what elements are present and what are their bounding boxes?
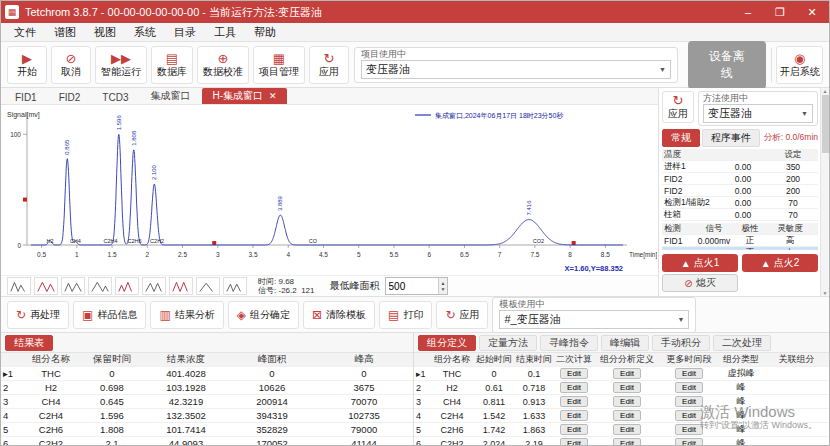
tab-集成窗口[interactable]: 集成窗口 — [140, 88, 200, 104]
result-row[interactable]: 4C2H41.596132.3502394319102735 — [1, 409, 413, 423]
tab-FID2[interactable]: FID2 — [49, 91, 91, 104]
menu-item-文件[interactable]: 文件 — [5, 25, 45, 40]
tab-H-集成窗口[interactable]: H-集成窗口✕ — [202, 88, 286, 104]
smart-run-button[interactable]: ▶▶智能运行 — [95, 46, 147, 84]
tab-定量方法[interactable]: 定量方法 — [479, 335, 537, 351]
menu-item-视图[interactable]: 视图 — [85, 25, 125, 40]
tab-组分定义[interactable]: 组分定义 — [418, 335, 476, 351]
maximize-button[interactable]: ❐ — [767, 1, 793, 23]
min-peak-area-input[interactable] — [386, 278, 438, 294]
peak-template-icon[interactable] — [7, 277, 31, 295]
component-confirm-button[interactable]: ◈组分确定 — [228, 301, 299, 329]
scroll-up-icon[interactable]: ▲ — [823, 88, 828, 94]
apply-button[interactable]: ↻应用 — [309, 46, 349, 84]
tab-峰编辑[interactable]: 峰编辑 — [601, 335, 649, 351]
edit-button[interactable]: Edit — [613, 410, 641, 421]
tab-general[interactable]: 常规 — [662, 129, 700, 147]
temperature-row[interactable]: FID20.00200 — [662, 185, 818, 197]
edit-button[interactable]: Edit — [613, 396, 641, 407]
menu-item-目录[interactable]: 目录 — [165, 25, 205, 40]
edit-button[interactable]: Edit — [560, 396, 588, 407]
print-button[interactable]: ▤打印 — [379, 301, 432, 329]
menu-item-帮助[interactable]: 帮助 — [245, 25, 285, 40]
ignite-2-button[interactable]: ▲ 点火2 — [742, 254, 818, 272]
detector-row[interactable]: FID10.000mv正高 — [662, 235, 818, 247]
sample-info-button[interactable]: ▣样品信息 — [73, 301, 146, 329]
tab-寻峰指令[interactable]: 寻峰指令 — [540, 335, 598, 351]
temperature-row[interactable]: 柱箱0.0070 — [662, 209, 818, 221]
result-row[interactable]: 5C2H61.808101.741435282979000 — [1, 423, 413, 437]
cancel-button[interactable]: ⊘取消 — [51, 46, 91, 84]
edit-button[interactable]: Edit — [675, 410, 703, 421]
edit-button[interactable]: Edit — [560, 368, 588, 379]
close-tab-icon[interactable]: ✕ — [269, 91, 277, 101]
result-row[interactable]: 3CH40.64542.321920091470070 — [1, 395, 413, 409]
ignite-1-button[interactable]: ▲ 点火1 — [662, 254, 738, 272]
edit-button[interactable]: Edit — [560, 382, 588, 393]
chromatogram-plot[interactable]: 0.511.522.533.544.555.566.577.588.50100S… — [1, 105, 658, 275]
temperature-row[interactable]: 进样10.00350 — [662, 161, 818, 173]
minimize-button[interactable]: – — [735, 1, 761, 23]
edit-button[interactable]: Edit — [675, 396, 703, 407]
component-row[interactable]: 6C2H22.0242.19EditEditEdit峰 — [414, 437, 829, 446]
edit-button[interactable]: Edit — [613, 368, 641, 379]
peak-template-icon[interactable] — [169, 277, 193, 295]
peak-template-icon[interactable] — [142, 277, 166, 295]
database-button[interactable]: ▤数据库 — [151, 46, 193, 84]
project-combobox[interactable]: 变压器油 ▼ — [361, 60, 671, 79]
tab-二次处理[interactable]: 二次处理 — [713, 335, 771, 351]
menu-item-工具[interactable]: 工具 — [205, 25, 245, 40]
tab-TCD3[interactable]: TCD3 — [92, 91, 138, 104]
project-management-button[interactable]: ▦项目管理 — [253, 46, 305, 84]
edit-button[interactable]: Edit — [560, 438, 588, 446]
tab-results[interactable]: 结果表 — [5, 335, 53, 351]
edit-button[interactable]: Edit — [675, 438, 703, 446]
peak-template-icon[interactable] — [223, 277, 247, 295]
temperature-row[interactable]: FID20.00200 — [662, 173, 818, 185]
edit-button[interactable]: Edit — [675, 424, 703, 435]
edit-button[interactable]: Edit — [560, 410, 588, 421]
edit-button[interactable]: Edit — [675, 368, 703, 379]
reprocess-button[interactable]: ↻再处理 — [7, 301, 69, 329]
extinguish-button[interactable]: ⊘ 熄灭 — [662, 274, 738, 292]
result-analysis-button[interactable]: ▥结果分析 — [150, 301, 223, 329]
peak-template-icon[interactable] — [196, 277, 220, 295]
method-apply-button[interactable]: ↻ 应用 — [662, 91, 694, 123]
peak-template-icon[interactable] — [61, 277, 85, 295]
tab-FID1[interactable]: FID1 — [5, 91, 47, 104]
device-offline-button[interactable]: 设备离线 — [688, 41, 766, 89]
result-row[interactable]: 2H20.698103.1928106263675 — [1, 381, 413, 395]
edit-button[interactable]: Edit — [613, 438, 641, 446]
stepper-arrows[interactable]: ▲▼ — [438, 278, 448, 294]
scrollbar-thumb[interactable] — [822, 95, 829, 153]
close-button[interactable]: ✕ — [799, 1, 825, 23]
apply-template-button[interactable]: ↻应用 — [436, 301, 488, 329]
component-row[interactable]: 3CH40.8110.913EditEditEdit峰 — [414, 395, 829, 409]
component-row[interactable]: ▸1THC00.1EditEditEdit虚拟峰 — [414, 367, 829, 381]
tab-program-events[interactable]: 程序事件 — [702, 129, 760, 147]
edit-button[interactable]: Edit — [613, 382, 641, 393]
edit-button[interactable]: Edit — [675, 382, 703, 393]
result-row[interactable]: 6C2H22.144.909317005241144 — [1, 437, 413, 446]
data-calibration-button[interactable]: ⊕数据校准 — [197, 46, 249, 84]
component-row[interactable]: 4C2H41.5421.633EditEditEdit峰 — [414, 409, 829, 423]
scroll-down-icon[interactable]: ▼ — [823, 290, 828, 296]
scrollbar[interactable]: ▲ ▼ — [820, 88, 829, 296]
power-button[interactable]: ◉ 开启系统 — [776, 46, 823, 84]
component-row[interactable]: 5C2H61.7421.863EditEditEdit峰 — [414, 423, 829, 437]
template-combobox[interactable]: #_变压器油 ▼ — [499, 310, 689, 329]
method-combobox[interactable]: 变压器油 ▼ — [703, 104, 813, 123]
clear-template-button[interactable]: ⊠清除模板 — [303, 301, 375, 329]
component-row[interactable]: 2H20.610.718EditEditEdit峰 — [414, 381, 829, 395]
stepper-down-icon[interactable]: ▼ — [441, 286, 446, 292]
menu-item-系统[interactable]: 系统 — [125, 25, 165, 40]
edit-button[interactable]: Edit — [613, 424, 641, 435]
temperature-row[interactable]: 检测1/辅助20.0070 — [662, 197, 818, 209]
menu-item-谱图[interactable]: 谱图 — [45, 25, 85, 40]
result-row[interactable]: ▸1THC0401.402800 — [1, 367, 413, 381]
tab-手动积分[interactable]: 手动积分 — [652, 335, 710, 351]
peak-template-icon[interactable] — [34, 277, 58, 295]
start-button[interactable]: ▶开始 — [7, 46, 47, 84]
edit-button[interactable]: Edit — [560, 424, 588, 435]
peak-template-icon[interactable] — [115, 277, 139, 295]
